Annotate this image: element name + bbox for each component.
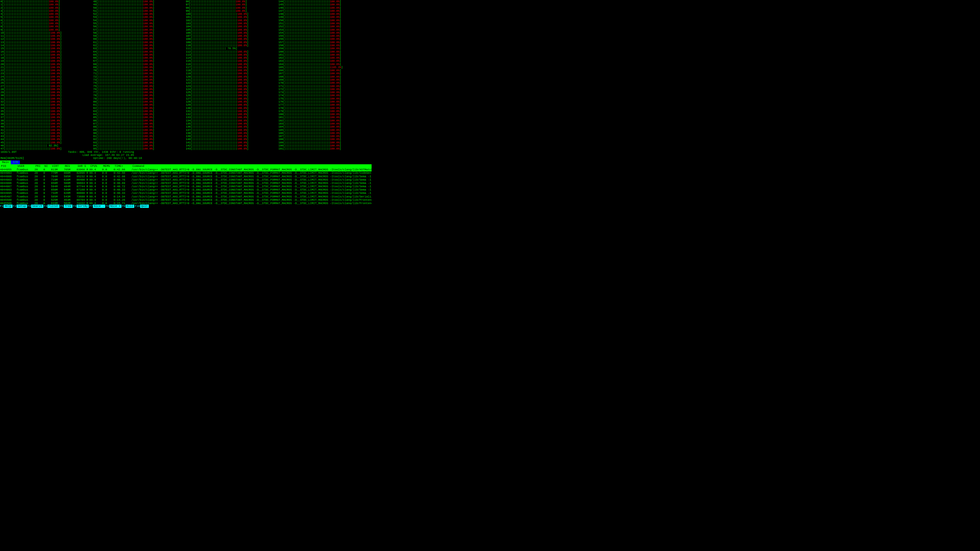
cpu-row-86: 86[||||||||||||||||||||||||||||100.0%] [93,119,186,122]
proc-cpu: 99.4 [89,185,102,188]
cpu-row-177: 177[||||||||||||||||||||||||||||100.0%] [278,103,371,106]
tasks-line: 1036/1.99T Tasks: 409, 849 thr, 1438 kth… [0,151,371,154]
cpu-row-136: 136[||||||||||||||||||||||||||||100.0%] [186,125,278,128]
cpu-row-15: 15[||||||||||||||||||||||||||||100.0%] [0,47,93,50]
proc-shr: 83968 R [76,168,89,171]
cpu-row-79: 79[||||||||||||||||||||||||||||100.0%] [93,97,186,100]
cpu-row-64: 64[||||||||||||||||||||||||||||100.0%] [93,50,186,53]
proc-pid: 4044987 [0,185,17,188]
header-mem: MEM% [103,165,115,168]
table-row[interactable]: 4045497 fcambus 20 0 585M 543M 73680 R 9… [0,195,372,198]
proc-virt: 650M [51,188,64,192]
cpu-row-185: 185[||||||||||||||||||||||||||||100.0%] [278,129,371,132]
proc-pid: 4044955 [0,168,17,171]
cpu-row-58: 58[||||||||||||||||||||||||||||100.0%] [93,32,186,35]
cpu-row-182: 182[||||||||||||||||||||||||||||100.0%] [278,119,371,122]
cpu-row-57: 57[||||||||||||||||||||||||||||100.0%] [93,28,186,32]
table-row[interactable]: 4045500 fcambus 20 0 525M 453M 80704 R 9… [0,198,372,202]
proc-time: 0:42.08 [114,175,131,178]
cpu-row-82: 82[||||||||||||||||||||||||||||100.0%] [93,106,186,110]
proc-shr: 74432 R [76,202,89,204]
bottom-btn-filter[interactable]: Filter [48,205,60,208]
cpu-row-121: 121[||||||||||||||||||||||||||||100.0%] [186,78,278,81]
cpu-row-183: 183[||||||||||||||||||||||||||||100.0%] [278,122,371,125]
bottom-btn-kill[interactable]: Kill [126,205,134,208]
header-user: USER [18,165,35,168]
cpu-row-108: 108[||||||||||||||||||||||||||||100.0%] [186,38,278,41]
proc-pri: 20 [35,171,43,175]
proc-pid: 4044993 [0,188,17,192]
cpu-row-137: 137[||||||||||||||||||||||||||||100.0%] [186,129,278,132]
proc-cmd: /usr/bin/clang++ -DGTEST_HAS_RTTI=0 -D_G… [131,202,372,204]
cpu-row-47: 47[||||||||||||||||||||||||||||100.0%] [0,147,93,150]
cpu-row-48: 48[||||||||||||||||||||||||||||100.0%] [93,0,186,3]
proc-mem: 0.0 [102,202,114,204]
table-row[interactable]: 4044983 fcambus 20 0 719M 610M 86400 R 9… [0,178,372,182]
cpu-row-178: 178[||||||||||||||||||||||||||||100.0%] [278,106,371,110]
header-time: TIME+ [115,165,132,168]
table-row[interactable]: 4044983 fcambus 20 0 770M 668M 82096 R 9… [0,171,372,175]
cpu-row-76: 76[||||||||||||||||||||||||||||100.0%] [93,88,186,91]
cpu-row-22: 22[||||||||||||||||||||||||||||100.0%] [0,69,93,72]
cpu-row-75: 75[||||||||||||||||||||||||||||100.0%] [93,85,186,88]
cpu-row-23: 23[||||||||||||||||||||||||||||100.0%] [0,72,93,75]
cpu-row-72: 72[||||||||||||||||||||||||||||100.0%] [93,75,186,78]
proc-user: fcambus [17,182,35,185]
cpu-row-154: 154[||||||||||||||||||||||||||||100.0%] [278,32,371,35]
cpu-row-173: 173[||||||||||||||||||||||||||||100.0%] [278,91,371,94]
proc-cpu: 99.4 [89,188,102,192]
tab-i/o[interactable]: I/O [11,160,20,164]
cpu-row-43: 43[||||||||||||||||||||||||||||100.0%] [0,135,93,138]
table-row[interactable]: 4044955 fcambus 20 0 813M 765M 83968 R 9… [0,168,372,171]
summary-section: 1036/1.99T Tasks: 409, 849 thr, 1438 kth… [0,151,372,160]
proc-time: 0:15.71 [114,202,131,204]
table-row[interactable]: 4044986 fcambus 20 0 658M 509M 98664 R 9… [0,182,372,185]
proc-pri: 20 [35,182,43,185]
cpu-row-190: 190[||||||||||||||||||||||||||||100.0%] [278,144,371,147]
proc-cpu: 99.4 [89,192,102,195]
bottom-btn-sortby[interactable]: SortBy [76,205,89,208]
cpu-row-156: 156[||||||||||||||||||||||||||||100.0%] [278,38,371,41]
cpu-row-85: 85[||||||||||||||||||||||||||||100.0%] [93,116,186,119]
proc-ni: 0 [43,175,51,178]
cpu-row-6: 6[||||||||||||||||||||||||||||100.0%] [0,19,93,22]
cpu-row-3: 3[||||||||||||||||||||||||||||100.0%] [0,10,93,13]
proc-time: 0:40.33 [114,192,131,195]
cpu-row-71: 71[||||||||||||||||||||||||||||100.0%] [93,72,186,75]
cpu-row-133: 133[||||||||||||||||||||||||||||100.0%] [186,116,278,119]
table-row[interactable]: 4045506 fcambus 20 0 633M 502M 74432 R 9… [0,202,372,204]
table-row[interactable]: 4044995 fcambus 20 0 732M 620M 80088 R 9… [0,192,372,195]
proc-ni: 0 [43,185,51,188]
bottom-btn-quit[interactable]: Quit [140,205,149,208]
table-row[interactable]: 4044987 fcambus 20 0 594M 484M 87744 R 9… [0,185,372,188]
proc-cpu: 99.4 [89,182,102,185]
proc-cpu: 99.4 [89,175,102,178]
proc-cmd: /usr/bin/clang++ -DGTEST_HAS_RTTI=0 -D_G… [131,192,372,195]
proc-pri: 20 [35,178,43,182]
cpu-row-123: 123[||||||||||||||||||||||||||||100.0%] [186,85,278,88]
proc-user: fcambus [17,195,35,198]
bottom-btn-nice +[interactable]: Nice + [109,205,121,208]
tab-main[interactable]: Main [0,160,11,164]
proc-cmd: /usr/bin/clang++ -DGTEST_HAS_RTTI=0 -D_G… [131,195,372,198]
proc-cpu: 99.4 [89,168,102,171]
bottom-btn-setup[interactable]: Setup [17,205,27,208]
cpu-row-139: 139[||||||||||||||||||||||||||||100.0%] [186,135,278,138]
proc-cmd: /usr/bin/clang++ -DGTEST_HAS_RTTI=0 -D_G… [131,168,372,171]
header-cmd: Command [132,165,371,168]
cpu-row-78: 78[||||||||||||||||||||||||||||100.0%] [93,94,186,97]
bottom-btn-search[interactable]: Search [31,205,43,208]
proc-pid: 4045500 [0,198,17,202]
cpu-row-175: 175[||||||||||||||||||||||||||||100.0%] [278,97,371,100]
cpu-row-141: 141[||||||||||||||||||||||||||||100.0%] [186,141,278,144]
cpu-row-80: 80[||||||||||||||||||||||||||||100.0%] [93,100,186,103]
cpu-row-166: 166[||||||||||||||||||||||||||||100.0%] [278,69,371,72]
bottom-btn-nice -[interactable]: Nice - [93,205,105,208]
bottom-btn-tree[interactable]: Tree [64,205,73,208]
table-row[interactable]: 4044993 fcambus 20 0 650M 549M 87168 R 9… [0,188,372,192]
proc-user: fcambus [17,188,35,192]
bottom-btn-help[interactable]: Help [3,205,12,208]
proc-virt: 658M [51,182,64,185]
proc-time: 0:40.33 [114,188,131,192]
table-row[interactable]: 4044988 fcambus 20 0 704M 585M 95232 R 9… [0,175,372,178]
